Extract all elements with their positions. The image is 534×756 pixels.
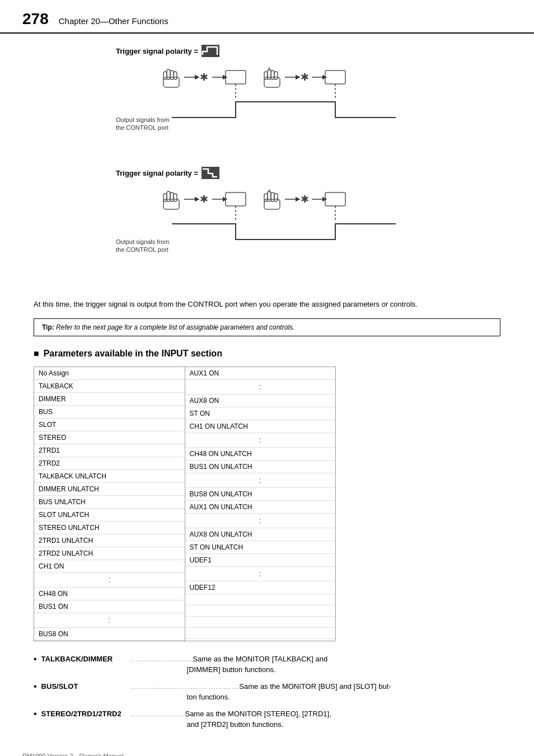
param-cell: DIMMER UNLATCH bbox=[34, 483, 185, 496]
param-cell: 2TRD1 UNLATCH bbox=[34, 534, 185, 547]
diagram-rising: Trigger signal polarity = bbox=[116, 45, 418, 151]
bullet-dot-icon: • bbox=[34, 708, 37, 730]
bullet-item: •BUS/SLOT...............................… bbox=[34, 681, 500, 703]
diagram-falling: Trigger signal polarity = bbox=[116, 167, 418, 273]
bullet-item: •STEREO/2TRD1/2TRD2.....................… bbox=[34, 708, 500, 730]
param-cell bbox=[185, 628, 336, 639]
diagram-svg-2: ✱ ✱ bbox=[116, 184, 418, 273]
svg-text:✱: ✱ bbox=[301, 72, 309, 83]
bullet-key: BUS/SLOT bbox=[41, 681, 131, 692]
bullet-line2: ton functions. bbox=[41, 692, 500, 703]
param-cell: CH48 ON UNLATCH bbox=[185, 448, 336, 461]
trigger-text-2: Trigger signal polarity = bbox=[116, 169, 198, 177]
trigger-label-1: Trigger signal polarity = bbox=[116, 45, 418, 57]
param-cell: UDEF1 bbox=[185, 554, 336, 567]
param-cell: BUS1 ON UNLATCH bbox=[185, 461, 336, 473]
rising-edge-icon bbox=[202, 45, 219, 57]
chapter-title: Chapter 20—Other Functions bbox=[59, 16, 168, 26]
svg-rect-37 bbox=[271, 192, 274, 201]
tip-text: Refer to the next page for a complete li… bbox=[54, 323, 295, 331]
diagram-svg-1: ✱ bbox=[116, 62, 418, 151]
waveform-svg-2: ✱ ✱ bbox=[116, 184, 407, 270]
bullet-line1: TALKBACK/DIMMER........................S… bbox=[41, 654, 500, 665]
param-cell: BUS8 ON bbox=[34, 628, 185, 641]
svg-rect-38 bbox=[274, 194, 278, 201]
param-cell: No Assign bbox=[34, 367, 185, 380]
bullet-content: BUS/SLOT................................… bbox=[41, 681, 500, 703]
param-cell: BUS1 ON bbox=[34, 600, 185, 613]
param-cell bbox=[185, 617, 336, 628]
falling-edge-icon bbox=[202, 167, 219, 179]
param-cell: BUS UNLATCH bbox=[34, 496, 185, 509]
content-area: Trigger signal polarity = bbox=[0, 34, 534, 756]
param-cell: STEREO UNLATCH bbox=[34, 522, 185, 534]
bullet-content: STEREO/2TRD1/2TRD2.....................S… bbox=[41, 708, 500, 730]
param-cell: CH1 ON UNLATCH bbox=[185, 420, 336, 433]
svg-rect-28 bbox=[170, 192, 174, 201]
svg-text:✱: ✱ bbox=[301, 194, 309, 205]
param-cell: ST ON UNLATCH bbox=[185, 541, 336, 554]
svg-rect-14 bbox=[274, 72, 278, 79]
svg-rect-33 bbox=[226, 192, 246, 206]
bullet-dots: ..................... bbox=[131, 708, 185, 720]
svg-rect-13 bbox=[271, 71, 274, 79]
svg-rect-19 bbox=[325, 71, 345, 84]
param-table: No AssignTALKBACKDIMMERBUSSLOTSTEREO2TRD… bbox=[34, 367, 336, 641]
param-cell: 2TRD1 bbox=[34, 444, 185, 457]
param-cell: AUX1 ON bbox=[185, 367, 336, 380]
bullet-desc1: Same as the MONITOR [STEREO], [2TRD1], bbox=[185, 708, 331, 720]
bullet-list: •TALKBACK/DIMMER........................… bbox=[34, 654, 500, 730]
trigger-text-1: Trigger signal polarity = bbox=[116, 47, 198, 55]
tip-box: Tip: Refer to the next page for a comple… bbox=[34, 318, 500, 336]
body-text: At this time, the trigger signal is outp… bbox=[34, 299, 500, 311]
svg-text:Output signals from: Output signals from bbox=[116, 116, 169, 123]
param-cell: : bbox=[34, 613, 185, 628]
tip-label: Tip: bbox=[42, 323, 54, 331]
footer-text: DM1000 Version 2—Owner's Manual bbox=[22, 753, 124, 756]
param-cell: 2TRD2 UNLATCH bbox=[34, 547, 185, 560]
svg-rect-4 bbox=[170, 71, 174, 79]
bullet-line1: BUS/SLOT................................… bbox=[41, 681, 500, 692]
param-cell: SLOT UNLATCH bbox=[34, 509, 185, 522]
param-cell: AUX8 ON bbox=[185, 395, 336, 407]
param-cell: UDEF12 bbox=[185, 581, 336, 594]
bullet-line1: STEREO/2TRD1/2TRD2.....................S… bbox=[41, 708, 500, 720]
param-cell: : bbox=[185, 380, 336, 395]
param-cell: 2TRD2 bbox=[34, 457, 185, 470]
svg-rect-5 bbox=[174, 72, 177, 79]
svg-text:Output signals from: Output signals from bbox=[116, 238, 169, 245]
param-cell: : bbox=[185, 514, 336, 528]
bullet-item: •TALKBACK/DIMMER........................… bbox=[34, 654, 500, 675]
bullet-key: TALKBACK/DIMMER bbox=[41, 654, 131, 665]
svg-rect-43 bbox=[325, 192, 345, 206]
bullet-line2: [DIMMER] button functions. bbox=[41, 664, 500, 675]
section-heading: Parameters available in the INPUT sectio… bbox=[34, 349, 500, 359]
bullet-line2: and [2TRD2] button functions. bbox=[41, 719, 500, 730]
bullet-content: TALKBACK/DIMMER........................S… bbox=[41, 654, 500, 675]
page-number: 278 bbox=[22, 10, 49, 28]
svg-rect-9 bbox=[226, 71, 246, 84]
svg-text:✱: ✱ bbox=[200, 194, 208, 205]
param-cell: BUS8 ON UNLATCH bbox=[185, 488, 336, 501]
page-footer: DM1000 Version 2—Owner's Manual bbox=[22, 753, 124, 756]
param-col-1: No AssignTALKBACKDIMMERBUSSLOTSTEREO2TRD… bbox=[34, 367, 185, 641]
param-cell: DIMMER bbox=[34, 393, 185, 406]
bullet-dot-icon: • bbox=[34, 654, 37, 675]
waveform-svg-1: ✱ bbox=[116, 62, 407, 148]
param-cell: ST ON bbox=[185, 407, 336, 420]
param-cell: TALKBACK UNLATCH bbox=[34, 470, 185, 483]
svg-rect-36 bbox=[268, 191, 271, 201]
trigger-label-2: Trigger signal polarity = bbox=[116, 167, 418, 179]
param-cell bbox=[185, 594, 336, 605]
param-cell: CH1 ON bbox=[34, 560, 185, 573]
bullet-key: STEREO/2TRD1/2TRD2 bbox=[41, 708, 131, 720]
svg-text:the CONTROL port: the CONTROL port bbox=[116, 124, 168, 131]
diagram-area: Trigger signal polarity = bbox=[34, 45, 500, 289]
param-cell: : bbox=[185, 567, 336, 581]
bullet-dots: ........................ bbox=[131, 654, 193, 665]
bullet-desc1: Same as the MONITOR [BUS] and [SLOT] but… bbox=[239, 681, 391, 692]
param-cell: CH48 ON bbox=[34, 588, 185, 600]
svg-text:✱: ✱ bbox=[200, 72, 208, 83]
param-cell: : bbox=[185, 473, 336, 488]
bullet-dots: ........................................… bbox=[131, 681, 240, 692]
